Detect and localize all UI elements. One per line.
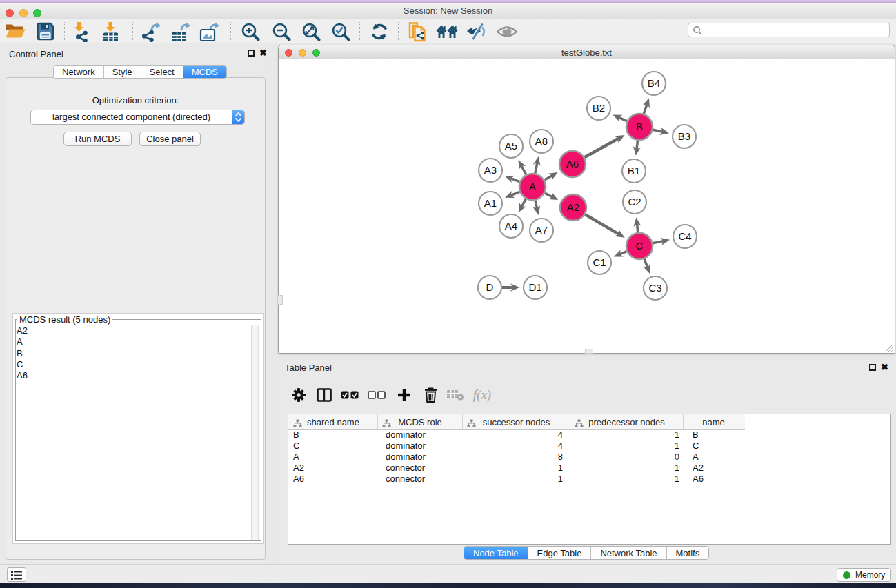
mcds-result-item[interactable]: C [17,359,250,370]
show-panel-icon[interactable] [495,21,519,42]
zoom-in-icon[interactable] [238,21,261,42]
delete-column-icon[interactable] [420,385,441,405]
table-row-B[interactable]: Bdominator41B [288,429,890,440]
graph-edge-A-A4[interactable] [521,199,526,207]
graph-edge-A-A5[interactable] [521,165,526,174]
tab-mcds[interactable]: MCDS [183,66,226,78]
mcds-result-scrollbar[interactable] [251,325,259,540]
zoom-fit-icon[interactable] [299,21,322,42]
home-networks-icon[interactable] [435,21,459,42]
graph-node-A1[interactable]: A1 [479,192,502,215]
column-visibility-icon[interactable] [314,385,335,405]
control-panel-float-icon[interactable] [248,50,255,57]
graph-node-C[interactable]: C [626,233,653,259]
mcds-result-item[interactable]: A6 [17,370,250,381]
mcds-result-item[interactable]: A2 [17,325,250,336]
graph-node-A3[interactable]: A3 [479,159,502,182]
control-panel-close-icon[interactable]: ✖ [259,49,267,57]
graph-edge-C-C4[interactable] [653,241,664,243]
graph-node-C4[interactable]: C4 [673,225,697,248]
export-table-icon[interactable] [169,21,192,42]
close-panel-button[interactable]: Close panel [139,132,201,146]
graph-node-B1[interactable]: B1 [622,159,646,183]
tab-edge-table[interactable]: Edge Table [528,547,592,559]
mcds-result-item[interactable]: A [17,336,250,347]
graph-node-C2[interactable]: C2 [623,190,646,214]
graph-node-B2[interactable]: B2 [587,97,610,120]
graph-edge-B-B3[interactable] [653,130,663,132]
table-row-C[interactable]: Cdominator41C [288,440,890,451]
open-file-icon[interactable] [3,21,27,42]
refresh-icon[interactable] [368,21,391,42]
graph-node-A4[interactable]: A4 [499,214,523,238]
graph-edge-C-C3[interactable] [644,259,648,268]
graph-node-A8[interactable]: A8 [530,130,553,153]
graph-edge-B-B1[interactable] [637,141,638,150]
network-window-titlebar[interactable]: testGlobe.txt [279,45,895,59]
graph-edge-A-A2[interactable] [545,193,552,197]
mcds-result-item[interactable]: B [17,348,250,359]
zoom-selected-icon[interactable] [328,21,352,42]
graph-node-B3[interactable]: B3 [673,125,696,148]
graph-node-A[interactable]: A [519,174,546,200]
graph-edge-A2-C[interactable] [585,214,619,234]
graph-edge-A-A6[interactable] [544,176,552,180]
mcds-result-list[interactable]: A2ABCA6 [17,325,250,540]
add-column-icon[interactable] [394,385,415,405]
table-panel-close-icon[interactable]: ✖ [881,363,888,372]
graph-node-label: A8 [535,135,548,147]
graph-node-C3[interactable]: C3 [644,276,667,300]
import-network-icon[interactable] [69,21,92,42]
column-header-name[interactable]: name [684,414,744,429]
save-session-icon[interactable] [33,21,57,42]
tab-network-table[interactable]: Network Table [591,547,666,559]
tab-style[interactable]: Style [104,66,141,78]
graph-node-A5[interactable]: A5 [499,134,523,158]
task-history-button[interactable] [7,567,26,582]
table-row-A[interactable]: Adominator80A [288,451,890,462]
hide-panel-icon[interactable] [465,21,488,42]
column-header-successor-nodes[interactable]: successor nodes [463,414,570,429]
export-network-icon[interactable] [139,21,163,42]
deselect-all-rows-icon[interactable] [366,385,387,405]
table-row-A6[interactable]: A6connector11A6 [288,473,890,484]
tab-node-table[interactable]: Node Table [464,547,528,559]
graph-node-B4[interactable]: B4 [642,72,666,95]
tab-network[interactable]: Network [54,66,104,78]
select-all-rows-icon[interactable] [339,385,360,405]
graph-edge-A-A8[interactable] [535,163,537,173]
window-resize-grip[interactable] [884,342,893,352]
copy-network-icon[interactable] [406,21,429,42]
column-header-predecessor-nodes[interactable]: predecessor nodes [570,414,684,429]
graph-node-A7[interactable]: A7 [530,219,553,242]
graph-edge-B-B4[interactable] [644,104,647,114]
graph-node-A2[interactable]: A2 [560,194,586,221]
tab-motifs[interactable]: Motifs [667,547,709,559]
graph-edge-C-C2[interactable] [637,224,638,232]
table-panel-float-icon[interactable] [869,364,876,371]
graph-node-D1[interactable]: D1 [524,276,547,299]
zoom-out-icon[interactable] [269,21,292,42]
tab-select[interactable]: Select [141,66,183,78]
run-mcds-button[interactable]: Run MCDS [63,132,132,146]
graph-edge-A-A7[interactable] [535,201,537,209]
table-row-A2[interactable]: A2connector11A2 [288,462,890,473]
memory-button[interactable]: Memory [837,568,891,582]
graph-edge-C-C1[interactable] [619,252,626,254]
graph-node-D[interactable]: D [478,276,501,299]
criterion-select[interactable]: largest connected component (directed) [30,110,245,125]
graph-edge-A6-B[interactable] [585,139,619,158]
graph-node-B[interactable]: B [626,114,653,140]
graph-edge-A-A1[interactable] [511,192,520,195]
graph-node-C1[interactable]: C1 [588,251,611,274]
column-header-MCDS-role[interactable]: MCDS role [378,414,463,429]
column-header-shared-name[interactable]: shared name [289,414,378,429]
search-input[interactable] [688,23,890,37]
graph-node-A6[interactable]: A6 [559,151,586,177]
export-image-icon[interactable] [198,21,221,42]
import-table-icon[interactable] [99,21,122,42]
graph-edge-A-A3[interactable] [511,179,520,182]
graph-edge-B-B2[interactable] [619,117,627,121]
network-canvas[interactable]: B4 B2 B B3 A8 A5 A6 A3 B1 A C2 A1 A2 [279,60,895,353]
table-settings-gear-icon[interactable] [288,385,309,405]
